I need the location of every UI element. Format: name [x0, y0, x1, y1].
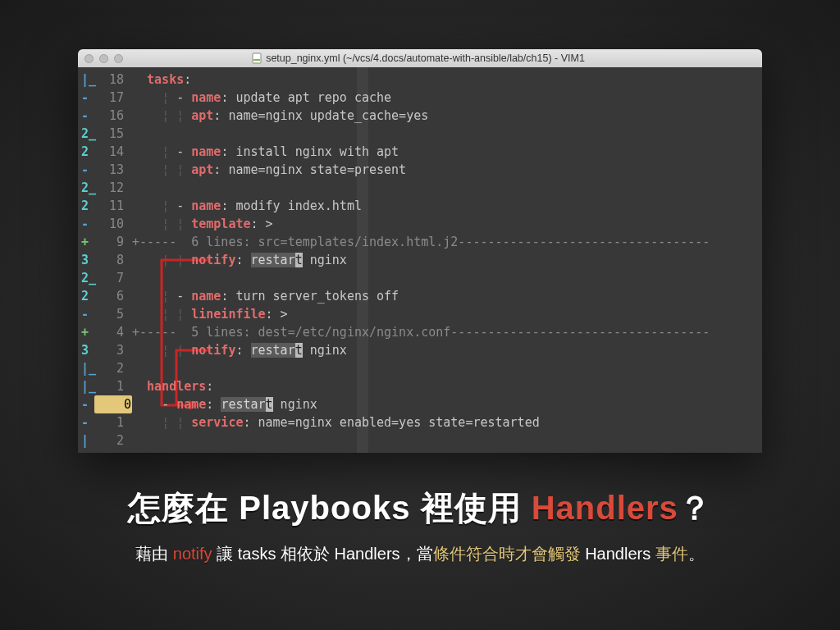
code-line[interactable]: -0 - name: restart nginx: [78, 395, 762, 413]
minimize-icon[interactable]: [99, 54, 108, 63]
slide-subtitle: 藉由 notify 讓 tasks 相依於 Handlers，當條件符合時才會觸…: [0, 543, 840, 565]
window-title: setup_nginx.yml (~/vcs/4.docs/automate-w…: [123, 52, 713, 65]
svg-rect-0: [253, 53, 261, 63]
code-line[interactable]: +4+----- 5 lines: dest=/etc/nginx/nginx.…: [78, 323, 762, 341]
sub-condition: 條件符合時才會觸發: [433, 545, 581, 563]
zoom-icon[interactable]: [114, 54, 123, 63]
svg-rect-1: [253, 59, 260, 61]
code-line[interactable]: -17 ¦ - name: update apt repo cache: [78, 89, 762, 107]
slide-heading: 怎麼在 Playbooks 裡使用 Handlers？: [0, 486, 840, 531]
close-icon[interactable]: [84, 54, 94, 63]
sub-notify: notify: [173, 545, 212, 563]
code-line[interactable]: -16 ¦ ¦ apt: name=nginx update_cache=yes: [78, 107, 762, 125]
sub-event: 事件: [655, 545, 688, 563]
code-line[interactable]: 2_7: [78, 269, 762, 287]
code-line[interactable]: -1 ¦ ¦ service: name=nginx enabled=yes s…: [78, 413, 762, 431]
code-line[interactable]: +9+----- 6 lines: src=templates/index.ht…: [78, 233, 762, 251]
vim-window: setup_nginx.yml (~/vcs/4.docs/automate-w…: [78, 49, 762, 453]
heading-highlight: Handlers: [532, 490, 678, 526]
code-line[interactable]: |2: [78, 431, 762, 450]
code-line[interactable]: |_1 handlers:: [78, 377, 762, 395]
code-line[interactable]: 2_15: [78, 125, 762, 143]
code-line[interactable]: -13 ¦ ¦ apt: name=nginx state=present: [78, 161, 762, 179]
heading-post: ？: [678, 490, 712, 526]
code-line[interactable]: |_2: [78, 359, 762, 377]
code-line[interactable]: |_18 tasks:: [78, 71, 762, 89]
window-traffic-lights[interactable]: [84, 54, 123, 63]
code-line[interactable]: 33 ¦ ¦ notify: restart nginx: [78, 341, 762, 359]
window-titlebar[interactable]: setup_nginx.yml (~/vcs/4.docs/automate-w…: [78, 49, 762, 67]
code-line[interactable]: 38 ¦ ¦ notify: restart nginx: [78, 251, 762, 269]
editor-pane[interactable]: |_18 tasks:-17 ¦ - name: update apt repo…: [78, 67, 762, 453]
window-title-text: setup_nginx.yml (~/vcs/4.docs/automate-w…: [266, 52, 585, 64]
code-line[interactable]: 214 ¦ - name: install nginx with apt: [78, 143, 762, 161]
code-line[interactable]: 26 ¦ - name: turn server_tokens off: [78, 287, 762, 305]
heading-pre: 怎麼在 Playbooks 裡使用: [128, 490, 531, 526]
code-line[interactable]: 211 ¦ - name: modify index.html: [78, 197, 762, 215]
file-icon: [251, 52, 262, 64]
code-line[interactable]: 2_12: [78, 179, 762, 197]
code-line[interactable]: -5 ¦ ¦ lineinfile: >: [78, 305, 762, 323]
code-line[interactable]: -10 ¦ ¦ template: >: [78, 215, 762, 233]
